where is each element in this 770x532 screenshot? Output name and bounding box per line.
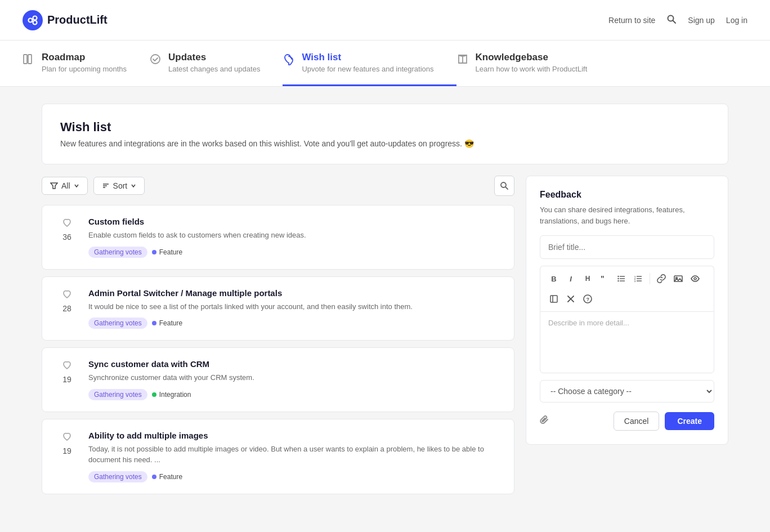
logo-icon bbox=[23, 10, 43, 30]
link-button[interactable] bbox=[653, 271, 669, 287]
brief-title-input[interactable] bbox=[540, 235, 714, 259]
attach-button[interactable] bbox=[540, 415, 549, 427]
feature-tag: Feature bbox=[152, 471, 182, 482]
integration-tag: Integration bbox=[152, 389, 191, 400]
filter-all-button[interactable]: All bbox=[42, 177, 88, 195]
filter-bar: All Sort bbox=[42, 176, 514, 196]
wish-list: 36 Custom fields Enable custom fields to… bbox=[42, 205, 514, 494]
search-button[interactable] bbox=[494, 176, 514, 196]
list-item: 19 Sync customer data with CRM Synchroni… bbox=[42, 347, 514, 412]
left-panel: All Sort bbox=[42, 176, 514, 501]
quote-icon: " bbox=[601, 275, 608, 283]
tab-knowledgebase-title: Knowledgebase bbox=[476, 52, 588, 63]
preview-button[interactable] bbox=[687, 271, 703, 287]
logo-text: ProductLift bbox=[47, 14, 108, 26]
wish-title[interactable]: Sync customer data with CRM bbox=[88, 359, 500, 369]
svg-point-9 bbox=[151, 55, 160, 64]
svg-point-0 bbox=[29, 18, 33, 22]
wish-content: Sync customer data with CRM Synchronize … bbox=[88, 359, 500, 400]
italic-button[interactable]: I bbox=[563, 271, 579, 287]
svg-marker-11 bbox=[51, 183, 57, 189]
vote-count: 36 bbox=[62, 233, 71, 242]
bullet-list-button[interactable] bbox=[614, 271, 629, 287]
chevron-down-icon bbox=[74, 183, 79, 189]
filter-icon bbox=[50, 182, 58, 190]
svg-point-2 bbox=[33, 20, 37, 24]
close-toolbar-button[interactable] bbox=[563, 291, 579, 307]
vote-section: 19 bbox=[56, 431, 78, 455]
wish-tags: Gathering votes Feature bbox=[88, 471, 500, 482]
bold-button[interactable]: B bbox=[546, 271, 562, 287]
wish-description: Enable custom fields to ask to customers… bbox=[88, 230, 500, 241]
wish-title[interactable]: Admin Portal Switcher / Manage multiple … bbox=[88, 288, 500, 298]
wishlist-header: Wish list New features and integrations … bbox=[42, 104, 728, 164]
wishlist-description: New features and integrations are in the… bbox=[60, 139, 710, 148]
svg-line-3 bbox=[32, 19, 33, 20]
ordered-icon: 1 2 3 bbox=[634, 275, 642, 282]
wish-title[interactable]: Ability to add multiple images bbox=[88, 431, 500, 440]
category-select[interactable]: -- Choose a category -- bbox=[540, 380, 714, 403]
tab-updates-subtitle: Latest changes and updates bbox=[168, 65, 260, 73]
heart-icon[interactable] bbox=[62, 218, 72, 230]
help-icon: ? bbox=[583, 294, 592, 303]
wish-description: It would be nice to see a list of the po… bbox=[88, 301, 500, 312]
svg-point-20 bbox=[617, 278, 619, 279]
roadmap-icon bbox=[23, 52, 35, 68]
wish-tags: Gathering votes Integration bbox=[88, 389, 500, 400]
feedback-title: Feedback bbox=[540, 190, 714, 200]
list-item: 36 Custom fields Enable custom fields to… bbox=[42, 205, 514, 270]
logo[interactable]: ProductLift bbox=[23, 10, 108, 30]
heart-icon[interactable] bbox=[62, 432, 72, 444]
filter-all-label: All bbox=[61, 181, 70, 190]
feature-dot bbox=[152, 475, 156, 479]
signup-link[interactable]: Sign up bbox=[688, 16, 714, 25]
help-button[interactable]: ? bbox=[580, 291, 596, 307]
create-button[interactable]: Create bbox=[665, 412, 714, 430]
heading-button[interactable]: H bbox=[580, 271, 596, 287]
list-item: 28 Admin Portal Switcher / Manage multip… bbox=[42, 276, 514, 341]
expand-button[interactable] bbox=[546, 291, 562, 307]
header: ProductLift Return to site Sign up Log i… bbox=[0, 0, 770, 41]
image-icon bbox=[674, 274, 683, 283]
tab-updates[interactable]: Updates Latest changes and updates bbox=[149, 41, 283, 86]
describe-placeholder: Describe in more detail... bbox=[548, 319, 629, 327]
tab-knowledgebase[interactable]: Knowledgebase Learn how to work with Pro… bbox=[456, 41, 610, 86]
tab-wishlist[interactable]: Wish list Upvote for new features and in… bbox=[283, 41, 456, 86]
search-icon[interactable] bbox=[666, 14, 677, 26]
list-item: 19 Ability to add multiple images Today,… bbox=[42, 419, 514, 494]
expand-icon bbox=[550, 295, 558, 303]
ordered-list-button[interactable]: 1 2 3 bbox=[630, 271, 646, 287]
image-button[interactable] bbox=[670, 271, 686, 287]
main-content: Wish list New features and integrations … bbox=[19, 87, 751, 518]
wish-content: Custom fields Enable custom fields to as… bbox=[88, 217, 500, 258]
wish-tags: Gathering votes Feature bbox=[88, 318, 500, 329]
tab-updates-title: Updates bbox=[168, 52, 260, 63]
sort-icon bbox=[102, 182, 110, 190]
tab-wishlist-title: Wish list bbox=[302, 52, 433, 63]
login-link[interactable]: Log in bbox=[726, 16, 747, 25]
svg-text:": " bbox=[601, 275, 605, 283]
sort-chevron-down-icon bbox=[131, 183, 136, 189]
gathering-votes-tag: Gathering votes bbox=[88, 318, 147, 329]
wish-description: Today, it is not possible to add multipl… bbox=[88, 444, 500, 466]
cancel-button[interactable]: Cancel bbox=[614, 412, 660, 431]
svg-line-4 bbox=[32, 21, 33, 22]
tab-roadmap[interactable]: Roadmap Plan for upcoming months bbox=[23, 41, 149, 86]
heart-icon[interactable] bbox=[62, 360, 72, 373]
sort-button[interactable]: Sort bbox=[93, 177, 145, 195]
heart-icon[interactable] bbox=[62, 289, 72, 302]
feature-tag: Feature bbox=[152, 247, 182, 258]
search-list-icon bbox=[500, 181, 509, 190]
describe-editor[interactable]: Describe in more detail... bbox=[540, 311, 714, 373]
tab-knowledgebase-subtitle: Learn how to work with ProductLift bbox=[476, 65, 588, 73]
x-icon bbox=[567, 296, 574, 302]
wish-title[interactable]: Custom fields bbox=[88, 217, 500, 226]
updates-icon bbox=[149, 52, 162, 68]
return-to-site-link[interactable]: Return to site bbox=[608, 16, 655, 25]
svg-rect-33 bbox=[550, 296, 557, 302]
vote-section: 19 bbox=[56, 359, 78, 384]
quote-button[interactable]: " bbox=[597, 271, 612, 287]
svg-point-1 bbox=[33, 16, 37, 20]
tab-roadmap-subtitle: Plan for upcoming months bbox=[42, 65, 127, 73]
feature-dot bbox=[152, 321, 156, 325]
